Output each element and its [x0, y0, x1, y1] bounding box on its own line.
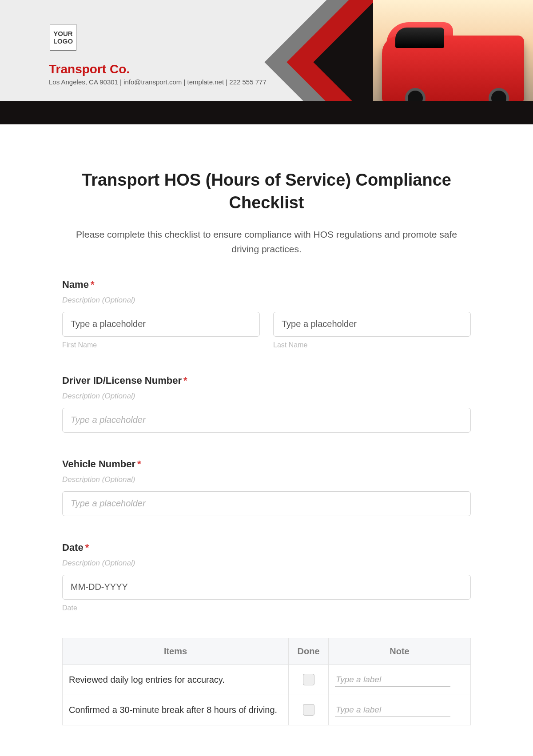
- company-name: Transport Co.: [49, 62, 130, 76]
- done-checkbox[interactable]: [303, 704, 314, 716]
- col-note: Note: [329, 638, 471, 664]
- field-subtext: Description (Optional): [62, 296, 471, 305]
- field-name: Name* Description (Optional) First Name …: [62, 279, 471, 349]
- label-text: Name: [62, 279, 89, 290]
- form-title: Transport HOS (Hours of Service) Complia…: [62, 169, 471, 215]
- date-input[interactable]: [62, 575, 471, 600]
- field-subtext: Description (Optional): [62, 475, 471, 484]
- field-subtext: Description (Optional): [62, 559, 471, 568]
- done-checkbox[interactable]: [303, 674, 314, 685]
- form-description: Please complete this checklist to ensure…: [62, 227, 471, 257]
- label-text: Vehicle Number: [62, 458, 135, 470]
- table-row: Reviewed daily log entries for accuracy.: [63, 664, 471, 695]
- last-name-input[interactable]: [273, 312, 471, 337]
- field-label-name: Name*: [62, 279, 471, 290]
- first-name-hint: First Name: [62, 341, 260, 349]
- field-date: Date* Description (Optional) Date: [62, 542, 471, 612]
- required-mark: *: [85, 542, 89, 553]
- note-input[interactable]: [335, 703, 450, 717]
- field-label-date: Date*: [62, 542, 471, 553]
- date-hint: Date: [62, 604, 471, 612]
- col-done: Done: [289, 638, 329, 664]
- note-input[interactable]: [335, 673, 450, 687]
- required-mark: *: [91, 279, 95, 290]
- col-items: Items: [63, 638, 289, 664]
- field-subtext: Description (Optional): [62, 392, 471, 401]
- first-name-input[interactable]: [62, 312, 260, 337]
- logo-text: YOUR LOGO: [50, 30, 76, 45]
- item-cell: Confirmed a 30-minute break after 8 hour…: [63, 695, 289, 725]
- required-mark: *: [137, 458, 141, 470]
- header-black-band: [0, 101, 533, 124]
- driver-id-input[interactable]: [62, 408, 471, 433]
- last-name-hint: Last Name: [273, 341, 471, 349]
- field-driver-id: Driver ID/License Number* Description (O…: [62, 375, 471, 433]
- item-cell: Reviewed daily log entries for accuracy.: [63, 664, 289, 695]
- field-label-driver-id: Driver ID/License Number*: [62, 375, 471, 386]
- field-label-vehicle: Vehicle Number*: [62, 458, 471, 470]
- required-mark: *: [183, 375, 187, 386]
- label-text: Date: [62, 542, 84, 553]
- table-row: Confirmed a 30-minute break after 8 hour…: [63, 695, 471, 725]
- field-vehicle-number: Vehicle Number* Description (Optional): [62, 458, 471, 516]
- logo-placeholder: YOUR LOGO: [50, 24, 76, 51]
- company-contact-line: Los Angeles, CA 90301 | info@transport.c…: [49, 78, 266, 86]
- document-header: YOUR LOGO Transport Co. Los Angeles, CA …: [0, 0, 533, 124]
- form-container: Transport HOS (Hours of Service) Complia…: [62, 124, 471, 743]
- label-text: Driver ID/License Number: [62, 375, 182, 386]
- vehicle-number-input[interactable]: [62, 491, 471, 516]
- checklist-table: Items Done Note Reviewed daily log entri…: [62, 638, 471, 725]
